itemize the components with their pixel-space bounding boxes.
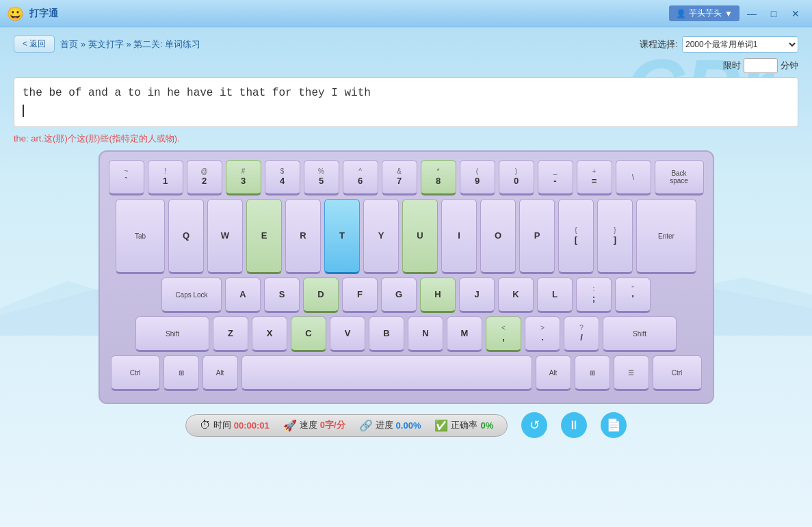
key-capslock[interactable]: Caps Lock xyxy=(161,278,222,313)
key-right-alt[interactable]: Alt xyxy=(536,355,571,391)
key-menu[interactable]: ☰ xyxy=(614,355,649,391)
key-space[interactable] xyxy=(241,355,532,391)
key-y[interactable]: Y xyxy=(363,199,399,274)
typing-text: the be of and a to in he have it that fo… xyxy=(23,85,789,103)
key-semicolon[interactable]: :; xyxy=(576,278,612,313)
key-e[interactable]: E xyxy=(246,199,282,274)
key-s[interactable]: S xyxy=(264,278,300,313)
keyboard-row-1: ~` !1 @2 #3 $4 %5 ^6 &7 *8 (9 )0 _- += \… xyxy=(111,160,702,195)
key-lbracket[interactable]: {[ xyxy=(558,199,594,274)
key-n[interactable]: N xyxy=(408,316,443,352)
word-hint: the: art.这(那)个这(那)些(指特定的人或物). xyxy=(14,133,798,145)
time-label: 时间 xyxy=(213,419,231,431)
key-9[interactable]: (9 xyxy=(460,160,495,195)
key-a[interactable]: A xyxy=(225,278,261,313)
pause-button[interactable]: ⏸ xyxy=(561,412,587,438)
key-t[interactable]: T xyxy=(324,199,360,274)
key-minus[interactable]: _- xyxy=(538,160,573,195)
key-1[interactable]: !1 xyxy=(148,160,183,195)
save-button[interactable]: 📄 xyxy=(601,412,627,438)
key-left-shift[interactable]: Shift xyxy=(135,316,209,352)
app-title: 打字通 xyxy=(29,8,58,20)
titlebar: 😀 打字通 👤 芋头芋头 ▼ — □ ✕ xyxy=(0,0,812,27)
status-bar: ⏱ 时间 00:00:01 🚀 速度 0字/分 🔗 进度 0.00% ✅ 正确率… xyxy=(14,412,798,438)
user-icon: 👤 xyxy=(676,9,686,18)
key-2[interactable]: @2 xyxy=(187,160,222,195)
main-content: < 返回 首页 » 英文打字 » 第二关: 单词练习 课程选择: 2000个最常… xyxy=(0,27,812,444)
minimize-button[interactable]: — xyxy=(742,7,761,21)
key-d[interactable]: D xyxy=(303,278,339,313)
link-icon: 🔗 xyxy=(359,419,373,432)
key-g[interactable]: G xyxy=(381,278,417,313)
key-6[interactable]: ^6 xyxy=(343,160,378,195)
key-f[interactable]: F xyxy=(342,278,378,313)
key-slash[interactable]: ?/ xyxy=(564,316,599,352)
key-equals[interactable]: += xyxy=(577,160,612,195)
key-p[interactable]: P xyxy=(519,199,555,274)
key-u[interactable]: U xyxy=(402,199,438,274)
key-3[interactable]: #3 xyxy=(226,160,261,195)
user-button[interactable]: 👤 芋头芋头 ▼ xyxy=(669,5,739,21)
maximize-button[interactable]: □ xyxy=(764,7,783,21)
key-enter[interactable]: Enter xyxy=(636,199,696,274)
titlebar-left: 😀 打字通 xyxy=(7,5,58,22)
key-left-alt[interactable]: Alt xyxy=(202,355,238,391)
key-right-win[interactable]: ⊞ xyxy=(575,355,610,391)
key-l[interactable]: L xyxy=(537,278,573,313)
key-b[interactable]: B xyxy=(369,316,404,352)
status-progress: 🔗 进度 0.00% xyxy=(359,419,421,432)
key-k[interactable]: K xyxy=(498,278,534,313)
app-icon: 😀 xyxy=(7,5,24,22)
key-4[interactable]: $4 xyxy=(265,160,300,195)
key-left-ctrl[interactable]: Ctrl xyxy=(111,355,160,391)
keyboard-row-5: Ctrl ⊞ Alt Alt ⊞ ☰ Ctrl xyxy=(111,355,702,391)
key-r[interactable]: R xyxy=(285,199,321,274)
accuracy-label: 正确率 xyxy=(451,419,477,431)
progress-value: 0.00% xyxy=(396,420,421,431)
dropdown-icon: ▼ xyxy=(724,9,733,18)
key-backspace[interactable]: Backspace xyxy=(655,160,704,195)
key-i[interactable]: I xyxy=(441,199,477,274)
key-right-ctrl[interactable]: Ctrl xyxy=(653,355,702,391)
close-button[interactable]: ✕ xyxy=(786,7,805,21)
refresh-button[interactable]: ↺ xyxy=(521,412,547,438)
back-button[interactable]: < 返回 xyxy=(14,36,55,53)
course-label: 课程选择: xyxy=(640,38,678,51)
key-w[interactable]: W xyxy=(207,199,243,274)
toolbar-left: < 返回 首页 » 英文打字 » 第二关: 单词练习 xyxy=(14,36,200,53)
typing-area[interactable]: the be of and a to in he have it that fo… xyxy=(14,77,798,127)
key-v[interactable]: V xyxy=(330,316,365,352)
timelimit-label: 限时 xyxy=(723,59,741,72)
timelimit-row: 限时 分钟 xyxy=(14,58,798,73)
key-c[interactable]: C xyxy=(291,316,326,352)
key-0[interactable]: )0 xyxy=(499,160,534,195)
key-backtick[interactable]: ~` xyxy=(109,160,144,195)
status-time: ⏱ 时间 00:00:01 xyxy=(200,419,270,431)
timelimit-input[interactable] xyxy=(744,58,778,73)
course-select[interactable]: 2000个最常用单词1 xyxy=(682,36,798,53)
key-z[interactable]: Z xyxy=(213,316,248,352)
key-7[interactable]: &7 xyxy=(382,160,417,195)
timelimit-unit: 分钟 xyxy=(781,59,798,72)
key-comma[interactable]: <, xyxy=(486,316,521,352)
key-q[interactable]: Q xyxy=(168,199,204,274)
titlebar-controls: 👤 芋头芋头 ▼ — □ ✕ xyxy=(669,5,805,21)
key-h[interactable]: H xyxy=(420,278,456,313)
key-x[interactable]: X xyxy=(252,316,287,352)
keyboard-row-4: Shift Z X C V B N M <, >. ?/ Shift xyxy=(111,316,702,352)
key-o[interactable]: O xyxy=(480,199,516,274)
key-8[interactable]: *8 xyxy=(421,160,456,195)
key-backslash[interactable]: \ xyxy=(616,160,651,195)
speed-label: 速度 xyxy=(300,419,317,431)
key-m[interactable]: M xyxy=(447,316,482,352)
keyboard: ~` !1 @2 #3 $4 %5 ^6 &7 *8 (9 )0 _- += \… xyxy=(99,150,714,404)
key-left-win[interactable]: ⊞ xyxy=(163,355,199,391)
key-rbracket[interactable]: }] xyxy=(597,199,633,274)
key-5[interactable]: %5 xyxy=(304,160,339,195)
key-right-shift[interactable]: Shift xyxy=(603,316,677,352)
key-quote[interactable]: "' xyxy=(615,278,651,313)
key-j[interactable]: J xyxy=(459,278,495,313)
speed-value: 0字/分 xyxy=(320,419,345,431)
key-tab[interactable]: Tab xyxy=(116,199,165,274)
key-period[interactable]: >. xyxy=(525,316,560,352)
